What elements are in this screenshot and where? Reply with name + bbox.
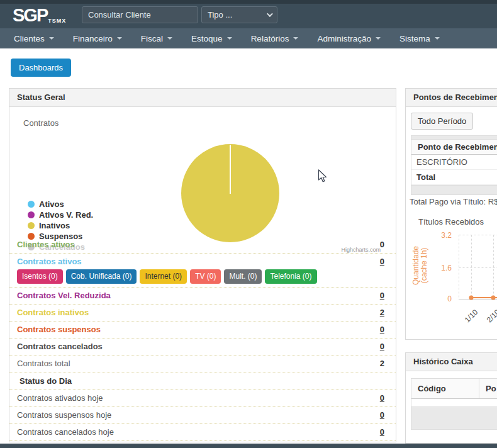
titulos-ylabel: Quantidade (cache 1h) xyxy=(412,240,428,291)
xtick-2-10: 2/10 xyxy=(485,308,497,324)
row-contratos-cancelados: Contratos cancelados 0 xyxy=(9,339,396,356)
search-input[interactable] xyxy=(82,6,198,23)
caret-down-icon xyxy=(435,37,440,40)
row-value: 2 xyxy=(380,359,384,369)
nav-label: Clientes xyxy=(14,34,45,43)
sgp-logo[interactable]: SGPTSMX xyxy=(13,4,66,31)
badge-isentos[interactable]: Isentos (0) xyxy=(17,269,63,284)
nav-item-administracao[interactable]: Administração xyxy=(308,28,390,48)
xtick-1-10: 1/10 xyxy=(463,308,479,324)
caret-down-icon xyxy=(293,37,298,40)
row-label: Contratos cancelados hoje xyxy=(17,427,114,437)
row-value: 0 xyxy=(380,240,384,250)
row-value-link[interactable]: 0 xyxy=(380,291,384,301)
row-ativados-hoje: Contratos ativados hoje 0 xyxy=(9,390,396,407)
row-value-link[interactable]: 0 xyxy=(380,410,384,420)
row-label: Contratos suspensos xyxy=(17,325,101,334)
legend-item-ativos[interactable]: Ativos xyxy=(28,199,93,210)
dashboards-button[interactable]: Dashboards xyxy=(11,59,71,77)
row-label: Clientes ativos xyxy=(17,240,75,249)
row-clientes-ativos: Clientes ativos 0 xyxy=(9,237,396,254)
todo-periodo-button[interactable]: Todo Período xyxy=(411,113,473,130)
row-cancelados-hoje: Contratos cancelados hoje 0 xyxy=(9,424,396,441)
caixa-empty-body xyxy=(411,399,497,406)
nav-label: Fiscal xyxy=(141,34,163,43)
row-value-link[interactable]: 0 xyxy=(380,342,384,352)
row-suspensos-hoje: Contratos suspensos hoje 0 xyxy=(9,407,396,424)
legend-item-inativos[interactable]: Inativos xyxy=(28,220,93,231)
badge-cob-unificada[interactable]: Cob. Unificada (0) xyxy=(66,269,137,284)
recebimento-table: Ponto de Recebimento ESCRITÓRIO Total xyxy=(411,135,497,195)
data-point-2-10 xyxy=(491,296,496,300)
nav-item-financeiro[interactable]: Financeiro xyxy=(64,28,131,48)
topbar: SGPTSMX Tipo ... xyxy=(0,4,497,28)
row-label: Contratos suspensos hoje xyxy=(17,410,111,420)
caret-down-icon xyxy=(49,37,54,40)
status-do-dia-header: Status do Dia xyxy=(9,372,396,390)
ytick-3-2: 3.2 xyxy=(433,231,452,240)
nav-label: Relatórios xyxy=(251,34,289,43)
nav-label: Sistema xyxy=(399,34,430,43)
status-geral-panel: Status Geral Contratos Ativos Ativos V. … xyxy=(9,88,396,442)
pie-chart-title: Contratos xyxy=(23,118,59,128)
titulos-plot-area xyxy=(459,235,497,300)
legend-marker xyxy=(28,201,35,208)
logo-subtext: TSMX xyxy=(48,18,66,24)
badge-mult[interactable]: Mult. (0) xyxy=(224,269,262,284)
row-contratos-ativos: Contratos ativos 0 Isentos (0) Cob. Unif… xyxy=(9,254,396,288)
ytick-0: 0 xyxy=(433,294,452,303)
row-value-link[interactable]: 0 xyxy=(380,325,384,335)
nav-label: Administração xyxy=(317,34,371,43)
caret-down-icon xyxy=(376,37,381,40)
sgp-dashboard-screen: SGPTSMX Tipo ... Clientes Financeiro Fis… xyxy=(0,0,497,448)
pontos-recebimento-panel: Pontos de Recebimento Todo Período Ponto… xyxy=(405,88,497,340)
total-pago-text: Total Pago via Título: R$ 1 xyxy=(410,197,497,206)
historico-caixa-panel: Histórico Caixa Código Po xyxy=(405,352,497,444)
table-header-ponto[interactable]: Ponto de Recebimento xyxy=(411,140,497,155)
nav-item-clientes[interactable]: Clientes xyxy=(4,28,64,48)
nav-item-fiscal[interactable]: Fiscal xyxy=(131,28,182,48)
chevron-down-icon xyxy=(267,11,273,17)
row-label: Contratos ativos xyxy=(17,257,82,266)
caixa-footer-strip xyxy=(411,406,497,429)
historico-caixa-title: Histórico Caixa xyxy=(406,353,497,371)
main-navbar: Clientes Financeiro Fiscal Estoque Relat… xyxy=(0,28,497,48)
nav-item-relatorios[interactable]: Relatórios xyxy=(242,28,308,48)
mouse-cursor-icon xyxy=(318,169,328,184)
table-row-total: Total xyxy=(411,170,497,185)
row-value-link[interactable]: 0 xyxy=(380,393,384,403)
row-contratos-suspensos: Contratos suspensos 0 xyxy=(9,322,396,339)
row-value-link[interactable]: 0 xyxy=(380,427,384,437)
row-value-link[interactable]: 2 xyxy=(380,308,384,318)
row-contratos-total: Contratos total 2 xyxy=(9,356,396,372)
nav-item-sistema[interactable]: Sistema xyxy=(390,28,449,48)
ytick-1-6: 1.6 xyxy=(433,264,452,272)
titulos-line-chart-svg xyxy=(459,235,497,300)
tipo-select[interactable]: Tipo ... xyxy=(201,6,277,23)
status-geral-title: Status Geral xyxy=(9,89,396,107)
column-ponto[interactable]: Po xyxy=(479,379,497,398)
column-codigo[interactable]: Código xyxy=(411,379,479,398)
row-contratos-inativos: Contratos inativos 2 xyxy=(9,305,396,322)
legend-marker xyxy=(28,222,35,229)
contratos-pie-chart: Contratos Ativos Ativos V. Red. Inativos xyxy=(9,108,396,237)
contract-type-badges: Isentos (0) Cob. Unificada (0) Internet … xyxy=(17,269,384,284)
badge-telefonia[interactable]: Telefonia (0) xyxy=(265,269,316,284)
legend-label: Inativos xyxy=(39,221,70,230)
pontos-recebimento-title: Pontos de Recebimento xyxy=(406,89,497,107)
nav-item-estoque[interactable]: Estoque xyxy=(182,28,242,48)
caret-down-icon xyxy=(117,37,122,40)
badge-internet[interactable]: Internet (0) xyxy=(140,269,187,284)
row-label: Contratos cancelados xyxy=(17,342,103,351)
data-point-1-10 xyxy=(469,296,474,300)
badge-tv[interactable]: TV (0) xyxy=(190,269,221,284)
row-label: Contratos inativos xyxy=(17,308,89,317)
table-row-escritorio: ESCRITÓRIO xyxy=(411,155,497,170)
legend-marker xyxy=(28,211,35,218)
legend-label: Ativos xyxy=(39,199,64,209)
legend-item-ativos-v-red[interactable]: Ativos V. Red. xyxy=(28,210,93,220)
row-value-link[interactable]: 0 xyxy=(380,257,384,267)
caret-down-icon xyxy=(227,37,232,40)
legend-label: Ativos V. Red. xyxy=(39,210,93,220)
caixa-table-header: Código Po xyxy=(411,379,497,399)
